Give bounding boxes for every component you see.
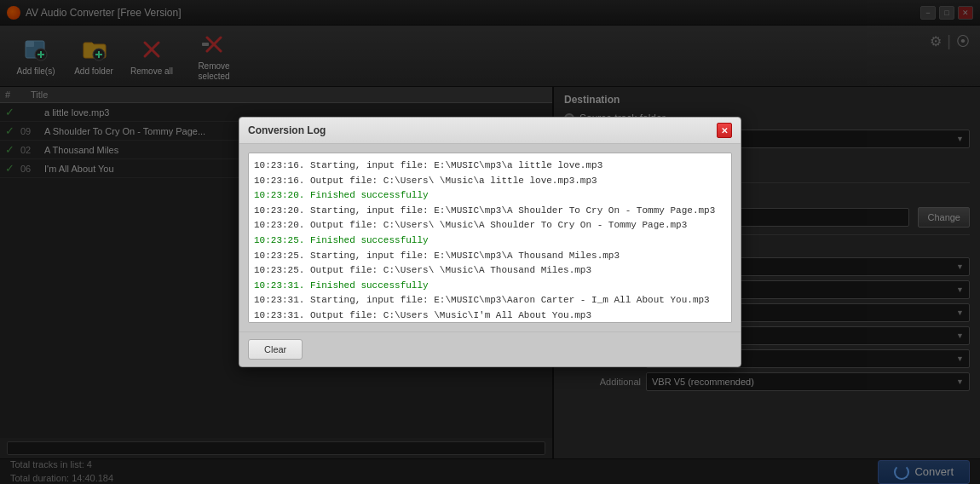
modal-overlay: Conversion Log ✕ 10:23:16. Starting, inp… xyxy=(0,0,980,484)
log-line: 10:23:25. Output file: C:\Users\ \Music\… xyxy=(254,263,726,279)
log-line: 10:23:20. Output file: C:\Users\ \Music\… xyxy=(254,218,726,233)
log-line: 10:23:31. Finished successfully xyxy=(254,279,726,294)
log-line: 10:23:25. Finished successfully xyxy=(254,233,726,249)
modal-body: 10:23:16. Starting, input file: E:\MUSIC… xyxy=(239,144,741,331)
log-line: 10:23:31. Output file: C:\Users \Music\I… xyxy=(254,308,726,323)
conversion-log-modal: Conversion Log ✕ 10:23:16. Starting, inp… xyxy=(239,117,741,367)
log-line: 10:23:16. Output file: C:\Users\ \Music\… xyxy=(254,174,726,189)
modal-titlebar: Conversion Log ✕ xyxy=(239,118,741,144)
log-line: 10:23:20. Finished successfully xyxy=(254,188,726,204)
clear-button[interactable]: Clear xyxy=(248,339,303,360)
modal-footer: Clear xyxy=(239,331,741,366)
log-line: 10:23:25. Starting, input file: E:\MUSIC… xyxy=(254,249,726,264)
modal-close-button[interactable]: ✕ xyxy=(717,123,732,138)
log-area[interactable]: 10:23:16. Starting, input file: E:\MUSIC… xyxy=(248,153,732,323)
log-line: 10:23:16. Starting, input file: E:\MUSIC… xyxy=(254,158,726,174)
log-line: 10:23:31. Starting, input file: E:\MUSIC… xyxy=(254,293,726,308)
modal-title: Conversion Log xyxy=(248,124,326,136)
log-line: 10:23:20. Starting, input file: E:\MUSIC… xyxy=(254,204,726,219)
